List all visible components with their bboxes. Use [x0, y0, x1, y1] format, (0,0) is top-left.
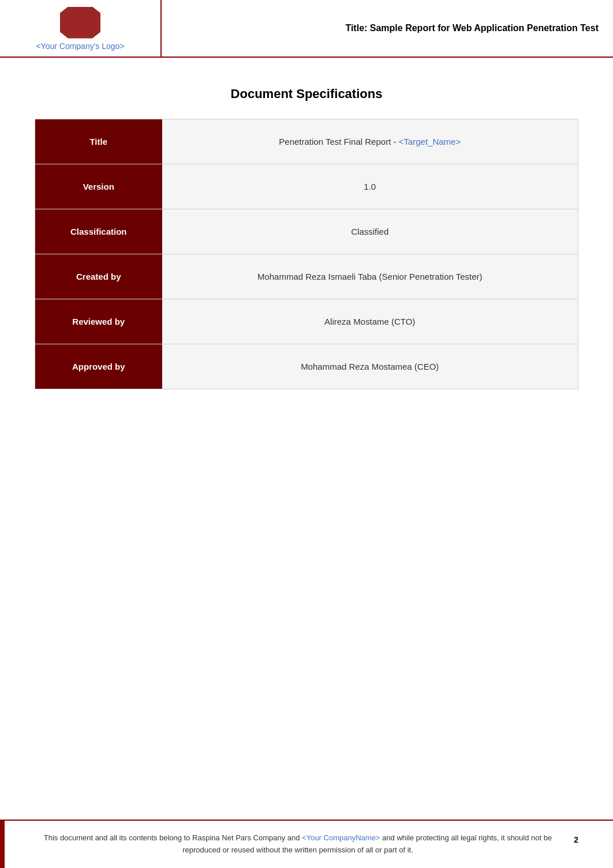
page-header: <Your Company's Logo> Title: Sample Repo…	[0, 0, 613, 58]
page-number: 2	[561, 832, 578, 844]
main-content: Document Specifications Title Penetratio…	[0, 58, 613, 424]
header-title-section: Title: Sample Report for Web Application…	[162, 0, 613, 57]
title-value: Penetration Test Final Report - <Target_…	[279, 137, 461, 146]
label-classification: Classification	[35, 209, 162, 254]
document-specs-table: Title Penetration Test Final Report - <T…	[35, 119, 578, 389]
value-title: Penetration Test Final Report - <Target_…	[162, 119, 578, 164]
target-name-link: <Target_Name>	[399, 137, 461, 146]
table-row: Version 1.0	[35, 164, 578, 209]
section-heading: Document Specifications	[35, 87, 578, 102]
value-classification: Classified	[162, 209, 578, 254]
label-approved-by: Approved by	[35, 344, 162, 389]
header-title: Title: Sample Report for Web Application…	[345, 23, 599, 33]
table-row: Title Penetration Test Final Report - <T…	[35, 119, 578, 164]
table-row: Created by Mohammad Reza Ismaeli Taba (S…	[35, 254, 578, 299]
footer-company-link: <Your CompanyName>	[302, 833, 380, 842]
company-logo	[57, 6, 103, 39]
page-footer: This document and all its contents belon…	[0, 820, 613, 868]
logo-section: <Your Company's Logo>	[0, 0, 162, 57]
value-created-by: Mohammad Reza Ismaeli Taba (Senior Penet…	[162, 254, 578, 299]
table-row: Reviewed by Alireza Mostame (CTO)	[35, 299, 578, 344]
table-row: Approved by Mohammad Reza Mostamea (CEO)	[35, 344, 578, 389]
footer-text: This document and all its contents belon…	[35, 832, 561, 856]
value-reviewed-by: Alireza Mostame (CTO)	[162, 299, 578, 344]
footer-left-bar	[0, 821, 5, 868]
value-version: 1.0	[162, 164, 578, 209]
table-row: Classification Classified	[35, 209, 578, 254]
label-title: Title	[35, 119, 162, 164]
logo-text: <Your Company's Logo>	[36, 42, 124, 51]
label-created-by: Created by	[35, 254, 162, 299]
label-version: Version	[35, 164, 162, 209]
label-reviewed-by: Reviewed by	[35, 299, 162, 344]
value-approved-by: Mohammad Reza Mostamea (CEO)	[162, 344, 578, 389]
